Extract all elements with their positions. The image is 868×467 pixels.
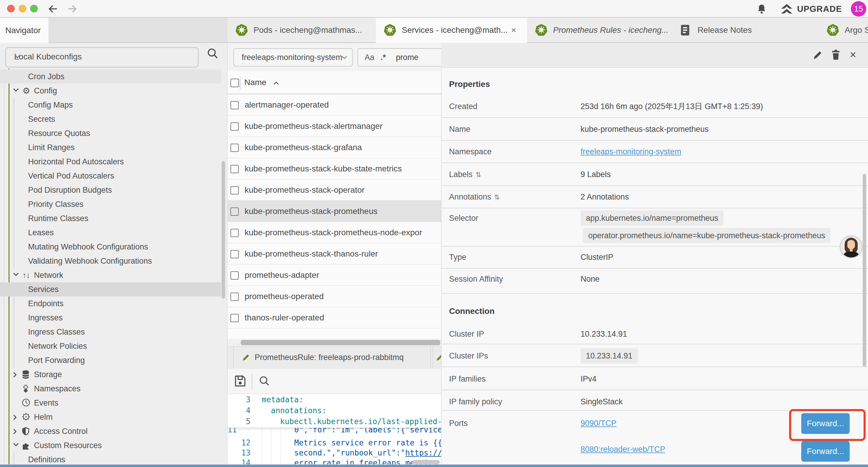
select-all-checkbox[interactable] [230, 79, 239, 87]
sidebar-item-secrets[interactable]: Secrets [0, 112, 221, 126]
match-case-toggle[interactable]: Aa [365, 49, 374, 66]
delete-trash-icon[interactable] [831, 49, 841, 60]
table-row[interactable]: kube-prometheus-stack-alertmanager [227, 116, 441, 137]
close-window-button[interactable] [7, 5, 15, 12]
sidebar-item-limit-ranges[interactable]: Limit Ranges [0, 140, 221, 154]
editor-hscroll-thumb[interactable] [413, 460, 440, 464]
row-checkbox[interactable] [230, 229, 239, 237]
sidebar-item-config[interactable]: ⚙ Config [0, 84, 221, 98]
row-checkbox[interactable] [230, 250, 239, 258]
namespace-link[interactable]: freeleaps-monitoring-system [581, 146, 681, 157]
column-header-name[interactable]: Name [244, 71, 279, 94]
row-checkbox[interactable] [230, 165, 239, 173]
sidebar-item-ingresses[interactable]: Ingresses [0, 311, 221, 325]
table-row[interactable]: kube-prometheus-stack-grafana [227, 137, 441, 158]
sidebar-item-leases[interactable]: Leases [0, 226, 221, 240]
table-row[interactable]: prometheus-adapter [227, 265, 441, 286]
runbook-url-link[interactable]: https://netd [405, 448, 441, 457]
close-panel-icon[interactable]: × [850, 43, 856, 67]
sort-ascending-icon [273, 81, 279, 85]
sidebar-item-validating-webhook-configurations[interactable]: Validating Webhook Configurations [0, 254, 221, 268]
row-checkbox[interactable] [230, 186, 239, 195]
sidebar-item-vertical-pod-autoscalers[interactable]: Vertical Pod Autoscalers [0, 169, 221, 183]
row-checkbox[interactable] [230, 144, 239, 152]
sidebar-item-events[interactable]: Events [0, 396, 221, 410]
table-hscroll-thumb[interactable] [241, 340, 440, 345]
regex-toggle[interactable]: .* [380, 49, 386, 66]
upgrade-label[interactable]: UPGRADE [797, 0, 842, 18]
sidebar-item-port-forwarding[interactable]: Port Forwarding [0, 353, 221, 368]
editor-tab-border [234, 347, 234, 369]
table-row[interactable]: prometheus-operated [227, 286, 441, 307]
row-checkbox[interactable] [230, 207, 239, 216]
sidebar-item-helm[interactable]: Helm [0, 410, 221, 424]
sidebar-item-resource-quotas[interactable]: Resource Quotas [0, 126, 221, 140]
sidebar-search-icon[interactable] [207, 48, 219, 59]
row-checkbox[interactable] [230, 293, 239, 301]
sidebar-item-access-control[interactable]: Access Control [0, 424, 221, 438]
namespace-filter-select[interactable]: freeleaps-monitoring-system [234, 48, 353, 66]
row-checkbox[interactable] [230, 122, 239, 130]
port-link-8080-reloader-web[interactable]: 8080:reloader-web/TCP [581, 443, 665, 455]
sidebar-scrollbar[interactable] [222, 161, 225, 298]
collaborator-avatar[interactable] [840, 235, 863, 258]
row-checkbox[interactable] [230, 271, 239, 280]
table-row[interactable]: kube-prometheus-stack-kube-state-metrics [227, 158, 441, 179]
chevron-down-icon[interactable] [13, 88, 19, 92]
zoom-window-button[interactable] [30, 5, 38, 12]
row-checkbox[interactable] [230, 101, 239, 109]
sidebar-item-priority-classes[interactable]: Priority Classes [0, 197, 221, 211]
sidebar-item-pod-disruption-budgets[interactable]: Pod Disruption Budgets [0, 183, 221, 197]
tab-services[interactable]: Services - icecheng@math... × [376, 18, 527, 43]
sidebar-item-services[interactable]: Services [0, 282, 221, 296]
table-row[interactable]: kube-prometheus-stack-operator [227, 179, 441, 201]
tab-argo[interactable]: Argo Se [819, 18, 868, 42]
sidebar-item-config-maps[interactable]: Config Maps [0, 98, 221, 112]
sidebar-item-cron-jobs[interactable]: Cron Jobs [0, 69, 221, 84]
table-row[interactable]: kube-prometheus-stack-thanos-ruler [227, 243, 441, 265]
minimize-window-button[interactable] [19, 5, 26, 12]
table-row[interactable]: thanos-ruler-operated [227, 307, 441, 328]
sidebar-item-namespaces[interactable]: Namespaces [0, 382, 221, 396]
sidebar-item-network-policies[interactable]: Network Policies [0, 339, 221, 353]
tab-navigator[interactable]: Navigator [0, 18, 49, 43]
sidebar-item-custom-resources[interactable]: Custom Resources [0, 438, 221, 453]
expand-updown-icon[interactable]: ⇅ [494, 193, 500, 201]
chevron-right-icon[interactable] [13, 414, 17, 420]
port-link-9090[interactable]: 9090/TCP [581, 417, 617, 429]
chevron-down-icon[interactable] [13, 272, 19, 276]
sidebar-item-ingress-classes[interactable]: Ingress Classes [0, 325, 221, 339]
yaml-editor[interactable]: 11 0","for":"1m","labels":{"service":"m … [227, 394, 441, 466]
editor-tab-prometheusrule[interactable]: PrometheusRule: freeleaps-prod-rabbitmq [255, 346, 404, 369]
edit-pencil-icon[interactable] [812, 50, 823, 60]
chevron-down-icon[interactable] [13, 443, 19, 447]
back-icon[interactable] [48, 4, 59, 14]
tab-release-notes[interactable]: Release Notes [672, 18, 819, 42]
sidebar-item-runtime-classes[interactable]: Runtime Classes [0, 211, 221, 226]
editor-find-icon[interactable] [259, 375, 270, 387]
tab-prometheus-rules[interactable]: Prometheus Rules - icecheng... [527, 18, 672, 42]
table-row[interactable]: alertmanager-operated [227, 94, 441, 116]
sidebar-item-mutating-webhook-configurations[interactable]: Mutating Webhook Configurations [0, 240, 221, 254]
table-row[interactable]: kube-prometheus-stack-prometheus-node-ex… [227, 222, 441, 243]
tab-pods[interactable]: Pods - icecheng@mathmas... [227, 18, 376, 42]
notification-count-badge[interactable]: 15 [851, 1, 866, 17]
sidebar-item-storage[interactable]: Storage [0, 368, 221, 382]
avatar-body [843, 252, 860, 258]
upgrade-icon[interactable] [780, 4, 793, 15]
sidebar-item-endpoints[interactable]: Endpoints [0, 296, 221, 311]
notifications-bell-icon[interactable] [757, 4, 766, 14]
chevron-right-icon[interactable] [13, 372, 17, 378]
expand-updown-icon[interactable]: ⇅ [476, 171, 481, 178]
chevron-right-icon[interactable] [13, 429, 17, 435]
save-icon[interactable] [234, 375, 246, 387]
forward-port-button-8080[interactable]: Forward... [801, 441, 850, 462]
kubeconfig-selector[interactable]: Local Kubeconfigs [5, 47, 198, 67]
close-tab-icon[interactable]: × [511, 18, 517, 42]
sidebar-item-horizontal-pod-autoscalers[interactable]: Horizontal Pod Autoscalers [0, 154, 221, 169]
sidebar-item-network[interactable]: ↑↓ Network [0, 268, 221, 282]
forward-icon[interactable] [67, 4, 78, 14]
row-checkbox[interactable] [230, 314, 239, 322]
table-row-selected[interactable]: kube-prometheus-stack-prometheus [227, 201, 441, 222]
details-scrollbar[interactable] [863, 174, 866, 367]
